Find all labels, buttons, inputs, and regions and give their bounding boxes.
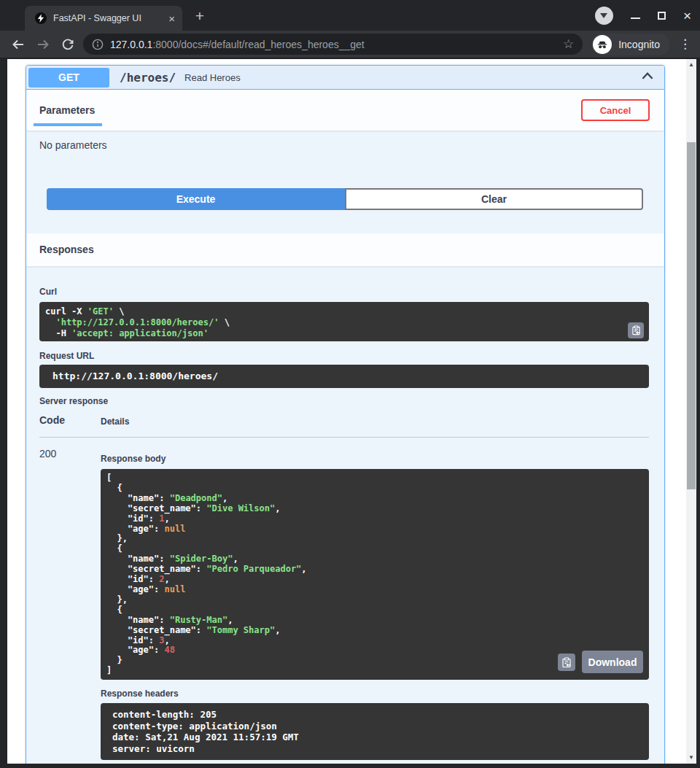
- response-headers-block: content-length: 205 content-type: applic…: [101, 703, 649, 760]
- scrollbar-up-icon[interactable]: ▲: [686, 61, 696, 69]
- parameters-tab-underline: [34, 123, 102, 126]
- request-url-label: Request URL: [39, 351, 94, 361]
- curl-code: curl -X 'GET' \ 'http://127.0.0.1:8000/h…: [39, 302, 649, 341]
- collapse-chevron-icon[interactable]: [639, 68, 656, 87]
- site-info-icon[interactable]: [92, 39, 104, 50]
- browser-tab[interactable]: FastAPI - Swagger UI ×: [25, 6, 182, 31]
- minimize-button[interactable]: [631, 18, 640, 19]
- opblock-get-heroes: GET /heroes/ Read Heroes Parameters Canc…: [26, 65, 665, 764]
- tab-close-icon[interactable]: ×: [168, 13, 175, 24]
- menu-icon[interactable]: ⋮: [679, 36, 691, 52]
- download-button[interactable]: Download: [582, 651, 643, 673]
- request-url-block: http://127.0.0.1:8000/heroes/: [39, 365, 649, 388]
- copy-response-button[interactable]: [558, 653, 575, 671]
- endpoint-path: /heroes/: [120, 71, 176, 85]
- window-controls: ×: [595, 0, 691, 31]
- address-bar[interactable]: 127.0.0.1:8000/docs#/default/read_heroes…: [83, 34, 583, 55]
- cancel-button[interactable]: Cancel: [581, 99, 650, 121]
- table-details-header: Details: [101, 416, 129, 427]
- response-body-block: [ { "name": "Deadpond", "secret_name": "…: [101, 469, 649, 680]
- bookmark-star-icon[interactable]: ☆: [563, 36, 574, 52]
- reload-button[interactable]: [55, 38, 80, 51]
- parameters-header: Parameters Cancel: [26, 90, 664, 131]
- scrollbar-down-icon[interactable]: ▼: [686, 753, 696, 762]
- clear-button[interactable]: Clear: [345, 188, 643, 210]
- curl-block: curl -X 'GET' \ 'http://127.0.0.1:8000/h…: [39, 302, 649, 341]
- http-method-badge: GET: [28, 68, 109, 88]
- copy-curl-button[interactable]: [628, 322, 644, 338]
- response-headers-code: content-length: 205 content-type: applic…: [101, 703, 649, 760]
- responses-title: Responses: [39, 244, 94, 255]
- response-headers-label: Response headers: [101, 689, 179, 699]
- url-text: 127.0.0.1:8000/docs#/default/read_heroes…: [110, 39, 556, 50]
- endpoint-summary: Read Heroes: [184, 72, 241, 83]
- swagger-page: GET /heroes/ Read Heroes Parameters Canc…: [7, 59, 686, 764]
- execute-row: Execute Clear: [47, 188, 643, 210]
- response-body-code: [ { "name": "Deadpond", "secret_name": "…: [101, 469, 649, 680]
- browser-window: FastAPI - Swagger UI × + × 127.0.0.1:: [0, 0, 700, 768]
- incognito-icon: [593, 35, 612, 54]
- scrollbar-thumb[interactable]: [687, 142, 696, 489]
- close-button[interactable]: ×: [683, 9, 691, 23]
- forward-button[interactable]: [31, 37, 55, 52]
- execute-button[interactable]: Execute: [47, 188, 345, 210]
- curl-label: Curl: [39, 287, 57, 297]
- page-scrollbar[interactable]: ▲ ▼: [686, 59, 696, 764]
- back-button[interactable]: [6, 37, 31, 52]
- incognito-label: Incognito: [618, 39, 660, 50]
- browser-toolbar: 127.0.0.1:8000/docs#/default/read_heroes…: [0, 31, 700, 58]
- request-url-code: http://127.0.0.1:8000/heroes/: [39, 365, 649, 387]
- table-code-header: Code: [39, 414, 65, 426]
- maximize-button[interactable]: [658, 12, 666, 20]
- tab-parameters[interactable]: Parameters: [39, 104, 95, 116]
- server-response-label: Server response: [39, 396, 108, 406]
- incognito-badge: Incognito: [591, 34, 670, 55]
- opblock-summary[interactable]: GET /heroes/ Read Heroes: [26, 66, 664, 90]
- table-divider: [39, 437, 649, 438]
- responses-header: Responses: [26, 233, 664, 266]
- tab-search-button[interactable]: [595, 7, 613, 25]
- tab-strip: FastAPI - Swagger UI × + ×: [0, 0, 700, 31]
- status-code: 200: [39, 448, 56, 459]
- url-path: :8000/docs#/default/read_heroes_heroes__…: [152, 39, 364, 50]
- response-body-label: Response body: [101, 454, 166, 464]
- fastapi-favicon-icon: [35, 12, 47, 24]
- url-host: 127.0.0.1: [110, 39, 152, 50]
- tab-title: FastAPI - Swagger UI: [53, 13, 162, 23]
- new-tab-button[interactable]: +: [191, 7, 209, 25]
- no-parameters-text: No parameters: [39, 139, 107, 151]
